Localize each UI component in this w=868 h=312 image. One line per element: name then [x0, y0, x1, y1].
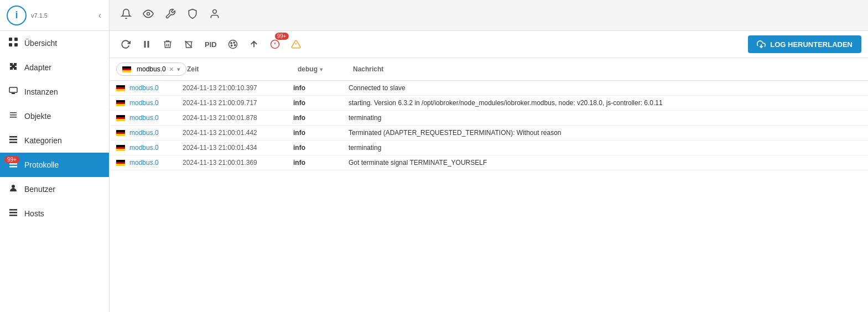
sidebar-item-kategorien[interactable]: Kategorien: [0, 128, 109, 153]
table-row: modbus.0 2024-11-13 21:00:01.369 info Go…: [110, 155, 868, 170]
sidebar-item-protokolle[interactable]: 99+ Protokolle: [0, 153, 109, 177]
svg-point-26: [233, 42, 235, 43]
svg-rect-10: [9, 139, 17, 141]
eye-icon[interactable]: [143, 8, 154, 22]
delete-button[interactable]: [158, 36, 177, 53]
svg-rect-22: [148, 41, 149, 48]
warning-button[interactable]: [287, 36, 305, 53]
svg-rect-9: [9, 136, 17, 138]
sidebar-item-instanzen[interactable]: Instanzen: [0, 80, 109, 104]
svg-rect-7: [10, 115, 17, 116]
log-time: 2024-11-13 21:00:01.369: [183, 159, 293, 167]
sidebar: i v7.1.5 ‹ Übersicht Adapter: [0, 0, 110, 312]
sidebar-label-protokolle: Protokolle: [24, 160, 59, 169]
svg-point-15: [12, 185, 15, 188]
log-source: modbus.0: [116, 144, 183, 152]
source-filter-chip[interactable]: modbus.0 × ▾: [116, 63, 186, 76]
sidebar-label-uebersicht: Übersicht: [24, 39, 57, 48]
table-row: modbus.0 2024-11-13 21:00:09.717 info st…: [110, 96, 868, 111]
svg-rect-16: [9, 209, 17, 211]
log-column-headers: modbus.0 × ▾ Zeit debug ▾ Nachricht: [110, 58, 868, 81]
svg-rect-17: [9, 212, 17, 214]
flag-icon: [116, 145, 125, 151]
log-message: Terminated (ADAPTER_REQUESTED_TERMINATIO…: [349, 129, 861, 137]
benutzer-icon: [9, 184, 18, 195]
level-column-header[interactable]: debug ▾: [293, 65, 349, 73]
log-message: terminating: [349, 114, 861, 122]
sidebar-item-adapter[interactable]: Adapter: [0, 55, 109, 80]
pid-button[interactable]: PID: [200, 37, 221, 52]
scroll-up-button[interactable]: [245, 36, 263, 53]
svg-point-28: [231, 45, 232, 46]
pause-button[interactable]: [137, 36, 156, 53]
log-source: modbus.0: [116, 129, 183, 137]
refresh-button[interactable]: [116, 36, 135, 53]
svg-rect-4: [9, 87, 17, 92]
app-logo: i: [7, 6, 27, 25]
source-filter-label: modbus.0: [137, 65, 166, 73]
table-row: modbus.0 2024-11-13 21:00:01.442 info Te…: [110, 126, 868, 141]
download-log-button[interactable]: LOG HERUNTERLADEN: [748, 35, 861, 53]
version-label: v7.1.5: [31, 12, 97, 19]
svg-point-20: [213, 10, 217, 14]
table-row: modbus.0 2024-11-13 21:00:01.434 info te…: [110, 141, 868, 155]
download-log-label: LOG HERUNTERLADEN: [770, 40, 853, 49]
shield-icon[interactable]: [187, 8, 198, 22]
svg-rect-5: [12, 93, 15, 94]
sidebar-label-hosts: Hosts: [24, 209, 44, 218]
svg-rect-8: [10, 117, 17, 118]
hosts-icon: [9, 208, 18, 219]
sidebar-item-objekte[interactable]: Objekte: [0, 104, 109, 128]
person-icon[interactable]: [209, 8, 220, 22]
time-column-header: Zeit: [183, 65, 293, 73]
log-message: Connected to slave: [349, 84, 861, 92]
puzzle-icon: [9, 62, 18, 73]
log-area: modbus.0 × ▾ Zeit debug ▾ Nachricht modb…: [110, 58, 868, 312]
log-message: terminating: [349, 144, 861, 152]
sidebar-item-benutzer[interactable]: Benutzer: [0, 177, 109, 201]
svg-rect-18: [9, 215, 17, 216]
flag-icon: [116, 85, 125, 91]
flag-icon: [116, 130, 125, 136]
grid-icon: [9, 38, 18, 49]
main-content: PID 99+: [110, 0, 868, 312]
level-dropdown-icon[interactable]: ▾: [320, 66, 323, 72]
svg-point-24: [228, 40, 237, 49]
sidebar-item-hosts[interactable]: Hosts: [0, 201, 109, 226]
error-badge: 99+: [275, 33, 289, 40]
sidebar-label-instanzen: Instanzen: [24, 87, 58, 96]
svg-point-27: [234, 44, 235, 45]
clear-button[interactable]: [179, 36, 198, 53]
log-rows-container: modbus.0 2024-11-13 21:00:10.397 info Co…: [110, 81, 868, 170]
svg-rect-0: [9, 38, 12, 41]
log-message: starting. Version 6.3.2 in /opt/iobroker…: [349, 99, 861, 107]
log-time: 2024-11-13 21:00:01.434: [183, 144, 293, 152]
svg-rect-3: [14, 43, 18, 46]
sidebar-item-uebersicht[interactable]: Übersicht: [0, 31, 109, 55]
log-level: info: [293, 159, 349, 167]
table-row: modbus.0 2024-11-13 21:00:10.397 info Co…: [110, 81, 868, 96]
log-source: modbus.0: [116, 99, 183, 107]
palette-button[interactable]: [224, 36, 242, 53]
bell-icon[interactable]: [121, 8, 132, 22]
flag-icon: [116, 160, 125, 166]
monitor-icon: [9, 86, 18, 97]
svg-point-19: [147, 13, 150, 15]
wrench-icon[interactable]: [165, 8, 176, 22]
log-source: modbus.0: [116, 84, 183, 92]
svg-rect-2: [9, 43, 12, 46]
log-time: 2024-11-13 21:00:01.442: [183, 129, 293, 137]
svg-rect-1: [14, 38, 18, 41]
collapse-sidebar-button[interactable]: ‹: [97, 9, 102, 22]
protokolle-badge: 99+: [4, 156, 19, 163]
remove-filter-icon[interactable]: ×: [169, 65, 174, 74]
sidebar-nav: Übersicht Adapter Instanzen: [0, 31, 109, 312]
log-source: modbus.0: [116, 159, 183, 167]
log-level: info: [293, 84, 349, 92]
topbar: [110, 0, 868, 31]
log-level: info: [293, 114, 349, 122]
log-message: Got terminate signal TERMINATE_YOURSELF: [349, 159, 861, 167]
chevron-down-icon[interactable]: ▾: [177, 66, 180, 73]
svg-rect-11: [9, 142, 17, 143]
svg-point-25: [231, 43, 232, 44]
